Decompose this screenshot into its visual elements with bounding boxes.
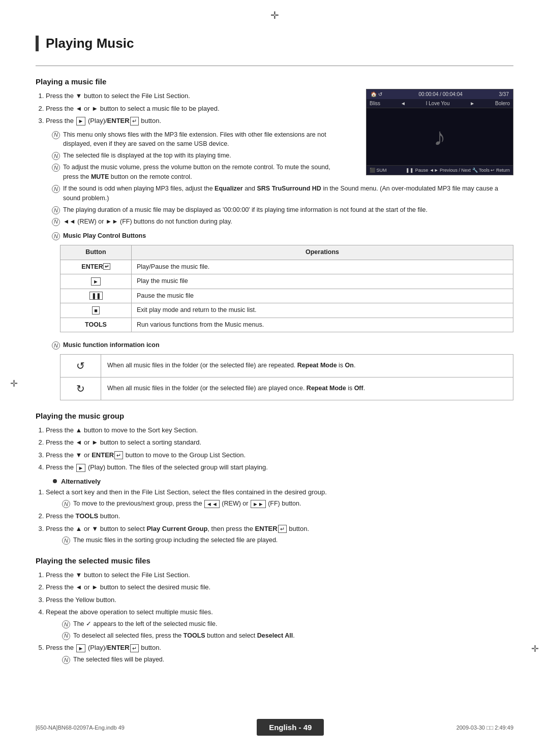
alt-note1: N To move to the previous/next group, pr… xyxy=(62,499,513,509)
alt-note-block: N To move to the previous/next group, pr… xyxy=(62,499,513,509)
table-heading-text: Music Play Control Buttons xyxy=(63,231,146,241)
s3-step2: Press the ◄ or ► button to select the de… xyxy=(46,582,513,592)
s3-step4: Repeat the above operation to select mul… xyxy=(46,607,513,640)
col-operations: Operations xyxy=(132,245,513,260)
btn-enter: ENTER↵ xyxy=(60,260,132,274)
s2-step2: Press the ◄ or ► button to select a sort… xyxy=(46,437,513,448)
player-time: 00:00:04 / 00:04:04 xyxy=(419,91,463,97)
player-track-num: 3/37 xyxy=(499,91,509,97)
s3-note1-text: The ✓ appears to the left of the selecte… xyxy=(73,619,217,629)
btn-play: ► xyxy=(60,274,132,289)
nav-right-icon: ► xyxy=(470,101,475,106)
play-icon: ► xyxy=(76,117,86,125)
play-icon: ► xyxy=(76,644,86,652)
note-icon: N xyxy=(62,632,70,640)
footer-page-number: English - 49 xyxy=(257,719,324,736)
step1: Press the ▼ button to select the File Li… xyxy=(46,91,341,101)
alternatively-text: Alternatively xyxy=(61,478,101,485)
section1-notes: N This menu only shows files with the MP… xyxy=(52,130,347,182)
alt-note2: N The music files in the sorting group i… xyxy=(62,536,513,545)
section2-steps: Press the ▲ button to move to the Sort k… xyxy=(46,425,513,472)
music-note-icon: ♪ xyxy=(434,123,446,151)
btn-stop: ■ xyxy=(60,303,132,318)
icon-repeat-on-desc: When all music files in the folder (or t… xyxy=(101,354,513,377)
icon-row-2: ↻ When all music files in the folder (or… xyxy=(60,377,513,400)
section3-steps: Press the ▼ button to select the File Li… xyxy=(46,570,513,665)
section1-heading: Playing a music file xyxy=(36,77,513,86)
icon-table-heading-text: Music function information icon xyxy=(63,340,160,350)
s2-step3: Press the ▼ or ENTER↵ button to move to … xyxy=(46,450,513,460)
icon-table: ↺ When all music files in the folder (or… xyxy=(60,354,513,400)
player-artwork-area: ♪ xyxy=(367,108,513,165)
op-pause: Pause the music file xyxy=(132,289,513,303)
control-table-wrapper: Button Operations ENTER↵ Play/Pause the … xyxy=(60,245,513,332)
note5: N The playing duration of a music file m… xyxy=(52,205,513,215)
op-tools: Run various functions from the Music men… xyxy=(132,318,513,332)
footer-left: [650-NA]BN68-02097A-Eng.indb 49 xyxy=(36,724,125,731)
table-heading-block: N Music Play Control Buttons xyxy=(52,231,513,241)
s3-notes-block: N The ✓ appears to the left of the selec… xyxy=(62,619,513,641)
player-sum-label: ⬛ SUM xyxy=(370,168,387,173)
note-icon: N xyxy=(52,206,60,214)
player-screenshot: 🏠 ↺ 00:00:04 / 00:04:04 3/37 Bliss ◄ I L… xyxy=(366,89,513,175)
s3-step3: Press the Yellow button. xyxy=(46,595,513,605)
alt-note1-text: To move to the previous/next group, pres… xyxy=(73,499,301,509)
note-icon: N xyxy=(52,185,60,193)
note-icon: N xyxy=(62,656,70,664)
nav-left-icon: ◄ xyxy=(401,101,406,106)
table-row: ❚❚ Pause the music file xyxy=(60,289,513,303)
alternatively-block: Alternatively xyxy=(43,478,513,485)
footer-right: 2009-03-30 □□ 2:49:49 xyxy=(456,724,513,731)
icon-repeat-on: ↺ xyxy=(60,354,101,377)
page-content: ✛ Playing Music Playing a music file 🏠 ↺… xyxy=(0,0,549,756)
s3-step5: Press the ► (Play)/ENTER↵ button. N The … xyxy=(46,643,513,664)
player-bottom-bar: ⬛ SUM ❚❚ Pause ◄► Previous / Next 🔧 Tool… xyxy=(367,165,513,175)
icon-table-wrapper: ↺ When all music files in the folder (or… xyxy=(60,354,513,400)
player-nav-bar: Bliss ◄ I Love You ► Bolero xyxy=(367,99,513,108)
enter-icon: ↵ xyxy=(130,644,139,652)
s3-step1: Press the ▼ button to select the File Li… xyxy=(46,570,513,580)
bullet-dot xyxy=(53,479,57,483)
col-button: Button xyxy=(60,245,132,260)
icon-row-1: ↺ When all music files in the folder (or… xyxy=(60,354,513,377)
alt-note2-text: The music files in the sorting group inc… xyxy=(73,536,278,545)
enter-icon: ↵ xyxy=(130,117,139,125)
player-top-bar: 🏠 ↺ 00:00:04 / 00:04:04 3/37 xyxy=(367,89,513,99)
note3-text: To adjust the music volume, press the vo… xyxy=(63,163,347,182)
note-icon: N xyxy=(52,232,60,240)
alt-step1: Select a sort key and then in the File L… xyxy=(46,487,513,509)
s3-note3: N The selected files will be played. xyxy=(62,655,513,665)
note-icon: N xyxy=(52,131,60,139)
note5-text: The playing duration of a music file may… xyxy=(63,205,428,215)
op-stop: Exit play mode and return to the music l… xyxy=(132,303,513,318)
alt-steps: Select a sort key and then in the File L… xyxy=(46,487,513,545)
table-heading-note: N Music Play Control Buttons xyxy=(52,231,513,241)
table-row: ► Play the music file xyxy=(60,274,513,289)
page-footer: [650-NA]BN68-02097A-Eng.indb 49 English … xyxy=(0,719,549,736)
step2: Press the ◄ or ► button to select a musi… xyxy=(46,104,341,114)
section1-steps: Press the ▼ button to select the File Li… xyxy=(46,91,341,126)
enter-icon: ↵ xyxy=(114,451,123,459)
next-track: Bolero xyxy=(495,101,510,106)
icon-table-heading-note: N Music function information icon xyxy=(52,340,513,350)
icon-repeat-off-desc: When all music files in the folder (or t… xyxy=(101,377,513,400)
note1-text: This menu only shows files with the MP3 … xyxy=(63,130,347,149)
note-icon: N xyxy=(52,164,60,172)
title-divider xyxy=(36,66,513,66)
note-icon: N xyxy=(62,537,70,545)
alternatively-label: Alternatively xyxy=(53,478,513,485)
player-icon: 🏠 ↺ xyxy=(371,91,382,97)
control-table: Button Operations ENTER↵ Play/Pause the … xyxy=(60,245,513,332)
current-track: I Love You xyxy=(426,101,450,106)
btn-pause: ❚❚ xyxy=(60,289,132,303)
note1: N This menu only shows files with the MP… xyxy=(52,130,347,149)
page-title: Playing Music xyxy=(36,36,513,51)
note3: N To adjust the music volume, press the … xyxy=(52,163,347,182)
table-row: ■ Exit play mode and return to the music… xyxy=(60,303,513,318)
s3-note3-block: N The selected files will be played. xyxy=(62,655,513,665)
alt-note2-block: N The music files in the sorting group i… xyxy=(62,536,513,545)
s2-step1: Press the ▲ button to move to the Sort k… xyxy=(46,425,513,435)
enter-label: ENTER xyxy=(107,117,130,124)
note6: N ◄◄ (REW) or ►► (FF) buttons do not fun… xyxy=(52,217,513,227)
top-compass-icon: ✛ xyxy=(270,9,279,21)
